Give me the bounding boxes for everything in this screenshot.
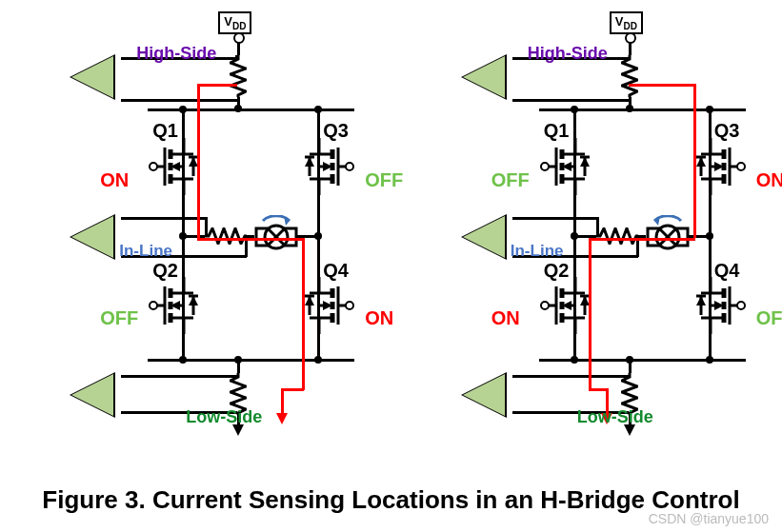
- motor-left: [254, 215, 298, 259]
- state-q1-right: OFF: [491, 169, 530, 191]
- label-in-line: In-Line: [119, 242, 172, 261]
- svg-point-16: [150, 163, 157, 170]
- svg-point-123: [737, 163, 745, 170]
- svg-point-33: [150, 302, 157, 309]
- wire: [512, 375, 629, 378]
- label-q4: Q4: [714, 260, 740, 282]
- state-q3-left: OFF: [365, 169, 403, 191]
- resistor-inline-right: [596, 227, 638, 245]
- label-q1: Q1: [544, 120, 570, 142]
- resistor-top-left: [230, 55, 247, 97]
- state-q1-left: ON: [100, 169, 129, 191]
- mosfet-q3: [298, 138, 355, 195]
- wire: [235, 55, 238, 59]
- label-low-side: Low-Side: [577, 407, 653, 427]
- node: [571, 232, 578, 240]
- state-q4-right: OFF: [756, 307, 782, 329]
- node: [626, 356, 633, 364]
- current-path: [281, 388, 304, 391]
- wire: [629, 42, 632, 55]
- hbridge-left: VDD: [14, 10, 376, 447]
- wire: [121, 375, 237, 378]
- mosfet-q3: [690, 138, 747, 195]
- node: [706, 232, 713, 240]
- hbridge-right: VDD: [406, 10, 768, 447]
- mosfet-q4: [690, 277, 747, 334]
- state-q3-right: ON: [756, 169, 782, 191]
- current-path: [693, 84, 696, 238]
- current-path: [197, 86, 200, 238]
- node: [571, 106, 578, 113]
- motor-right: [646, 215, 690, 259]
- node: [234, 356, 242, 364]
- resistor-inline-left: [205, 227, 247, 245]
- mosfet-q4: [298, 277, 355, 334]
- state-q4-left: ON: [365, 307, 393, 329]
- svg-point-67: [346, 302, 353, 309]
- label-q3: Q3: [714, 120, 740, 142]
- current-path: [589, 238, 695, 241]
- node: [706, 106, 713, 113]
- vdd-box-left: VDD: [218, 11, 251, 34]
- mosfet-q1: [539, 138, 596, 195]
- label-high-side: High-Side: [528, 44, 608, 64]
- resistor-top-right: [621, 55, 638, 97]
- label-high-side: High-Side: [136, 44, 216, 64]
- mosfet-q2: [539, 277, 596, 334]
- wire: [512, 99, 629, 102]
- bridges-row: VDD: [0, 0, 782, 447]
- wire: [205, 217, 208, 236]
- current-path: [629, 84, 695, 87]
- svg-point-89: [541, 163, 549, 170]
- label-low-side: Low-Side: [186, 407, 262, 427]
- node: [179, 356, 187, 364]
- label-in-line: In-Line: [511, 242, 564, 261]
- wire: [512, 217, 598, 220]
- mosfet-q2: [148, 277, 205, 334]
- label-q3: Q3: [323, 120, 349, 142]
- label-q2: Q2: [544, 260, 570, 282]
- figure-stage: VDD: [0, 0, 782, 532]
- watermark: CSDN @tianyue100: [649, 511, 769, 526]
- state-q2-right: ON: [491, 307, 520, 329]
- svg-point-50: [346, 163, 353, 170]
- wire: [121, 99, 237, 102]
- label-q2: Q2: [152, 260, 178, 282]
- current-path: [197, 84, 237, 87]
- wire: [121, 217, 207, 220]
- label-q1: Q1: [152, 120, 178, 142]
- current-path: [589, 238, 592, 390]
- node: [314, 356, 322, 364]
- vdd-box-right: VDD: [610, 11, 643, 34]
- wire: [596, 217, 599, 236]
- node: [571, 356, 578, 364]
- svg-point-140: [737, 302, 745, 309]
- state-q2-left: OFF: [100, 307, 138, 329]
- current-path: [197, 238, 304, 241]
- wire: [237, 42, 240, 55]
- mosfet-q1: [148, 138, 205, 195]
- svg-point-106: [541, 302, 549, 309]
- current-path: [302, 238, 305, 390]
- current-path: [589, 388, 608, 391]
- node: [706, 356, 713, 364]
- current-arrow-icon: [276, 413, 288, 424]
- label-q4: Q4: [323, 260, 349, 282]
